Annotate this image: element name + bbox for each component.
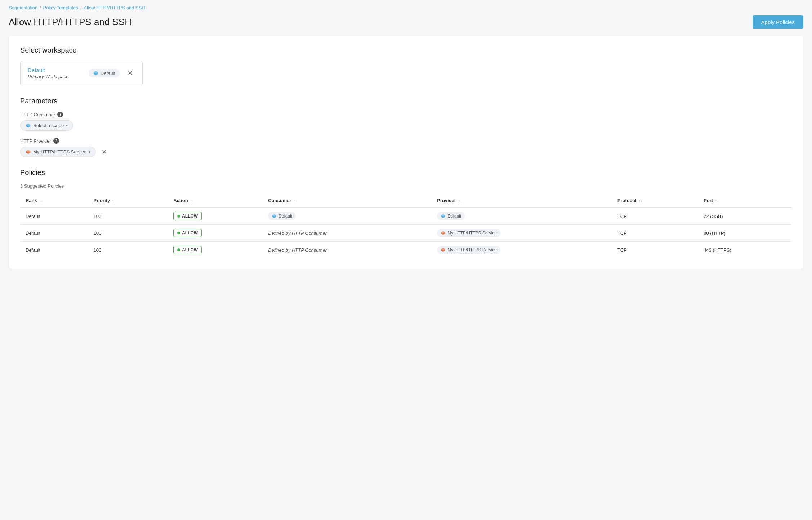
breadcrumb-current: Allow HTTP/HTTPS and SSH (84, 5, 145, 10)
http-provider-dropdown[interactable]: My HTTP/HTTPS Service ▾ (20, 147, 96, 157)
col-protocol[interactable]: Protocol ↑↓ (612, 193, 699, 208)
consumer-defined-text: Defined by HTTP Consumer (268, 230, 327, 236)
cell-priority: 100 (89, 208, 169, 225)
col-priority[interactable]: Priority ↑↓ (89, 193, 169, 208)
col-action[interactable]: Action ↑↓ (168, 193, 263, 208)
table-row: Default100ALLOWDefined by HTTP Consumer … (21, 242, 792, 259)
parameters-section: Parameters HTTP Consumer i Select a scop… (20, 97, 792, 157)
col-rank-label: Rank (26, 198, 37, 203)
workspace-sub: Primary Workspace (28, 74, 83, 79)
policies-table-body: Default100ALLOW Default DefaultTCP22 (SS… (21, 208, 792, 259)
cell-rank: Default (21, 208, 89, 225)
allow-badge: ALLOW (173, 229, 202, 237)
cell-port: 80 (HTTP) (699, 225, 791, 242)
col-priority-label: Priority (94, 198, 110, 203)
col-consumer-label: Consumer (268, 198, 291, 203)
http-provider-label-text: HTTP Provider (20, 138, 51, 144)
breadcrumb-sep-1: / (40, 5, 41, 10)
cell-port: 443 (HTTPS) (699, 242, 791, 259)
policies-section-title: Policies (20, 169, 792, 177)
consumer-cube-icon (272, 214, 277, 219)
cell-protocol: TCP (612, 242, 699, 259)
http-provider-label: HTTP Provider i (20, 138, 792, 144)
http-provider-info-icon: i (53, 138, 59, 144)
cell-provider: Default (432, 208, 612, 225)
cell-consumer: Defined by HTTP Consumer (263, 242, 432, 259)
cell-rank: Default (21, 225, 89, 242)
provider-orange-cube-icon (441, 230, 446, 236)
provider-orange-cube-icon (441, 247, 446, 252)
col-priority-sort-icon: ↑↓ (112, 198, 116, 203)
table-row: Default100ALLOWDefined by HTTP Consumer … (21, 225, 792, 242)
cube-blue-icon (93, 70, 99, 76)
http-consumer-label-text: HTTP Consumer (20, 112, 55, 117)
allow-badge: ALLOW (173, 212, 202, 220)
allow-dot (177, 215, 180, 218)
col-rank[interactable]: Rank ↑↓ (21, 193, 89, 208)
cell-protocol: TCP (612, 208, 699, 225)
page-header: Allow HTTP/HTTPS and SSH Apply Policies (0, 13, 812, 36)
breadcrumb-policy-templates[interactable]: Policy Templates (43, 5, 78, 10)
policies-table: Rank ↑↓ Priority ↑↓ Action ↑↓ Consumer ↑… (20, 193, 792, 259)
col-port[interactable]: Port ↑↓ (699, 193, 791, 208)
cell-action: ALLOW (168, 208, 263, 225)
cell-action: ALLOW (168, 225, 263, 242)
http-provider-row: My HTTP/HTTPS Service ▾ ✕ (20, 147, 792, 157)
provider-service-tag: My HTTP/HTTPS Service (437, 229, 500, 237)
cell-port: 22 (SSH) (699, 208, 791, 225)
col-port-sort-icon: ↑↓ (715, 198, 719, 203)
cell-rank: Default (21, 242, 89, 259)
http-consumer-group: HTTP Consumer i Select a scope ▾ (20, 112, 792, 131)
workspace-section-title: Select workspace (20, 46, 792, 54)
http-consumer-chevron-icon: ▾ (66, 124, 68, 127)
http-provider-group: HTTP Provider i My HTTP/HTTPS Service ▾ … (20, 138, 792, 157)
apply-policies-button[interactable]: Apply Policies (753, 15, 803, 29)
breadcrumb: Segmentation / Policy Templates / Allow … (0, 0, 812, 13)
col-consumer[interactable]: Consumer ↑↓ (263, 193, 432, 208)
cell-protocol: TCP (612, 225, 699, 242)
cell-provider: My HTTP/HTTPS Service (432, 225, 612, 242)
col-provider-sort-icon: ↑↓ (458, 198, 462, 203)
http-provider-remove-button[interactable]: ✕ (99, 147, 109, 157)
provider-cube-icon (26, 149, 31, 154)
suggested-policies-label: 3 Suggested Policies (20, 183, 792, 189)
allow-dot (177, 232, 180, 234)
http-consumer-info-icon: i (57, 112, 63, 117)
main-card: Select workspace Default Primary Workspa… (9, 36, 803, 269)
col-port-label: Port (704, 198, 713, 203)
provider-cube-icon (441, 214, 446, 219)
workspace-section: Select workspace Default Primary Workspa… (20, 46, 792, 85)
col-action-sort-icon: ↑↓ (190, 198, 194, 203)
cell-action: ALLOW (168, 242, 263, 259)
policies-section: Policies 3 Suggested Policies Rank ↑↓ Pr… (20, 169, 792, 259)
col-consumer-sort-icon: ↑↓ (293, 198, 297, 203)
policies-table-header: Rank ↑↓ Priority ↑↓ Action ↑↓ Consumer ↑… (21, 193, 792, 208)
allow-badge: ALLOW (173, 246, 202, 254)
allow-dot (177, 248, 180, 251)
col-protocol-label: Protocol (617, 198, 637, 203)
http-consumer-dropdown-label: Select a scope (33, 123, 64, 128)
table-row: Default100ALLOW Default DefaultTCP22 (SS… (21, 208, 792, 225)
provider-scope-tag: Default (437, 212, 465, 220)
cell-consumer: Defined by HTTP Consumer (263, 225, 432, 242)
consumer-scope-tag: Default (268, 212, 296, 220)
scope-cube-icon (26, 123, 31, 128)
http-consumer-dropdown[interactable]: Select a scope ▾ (20, 120, 73, 131)
consumer-defined-text: Defined by HTTP Consumer (268, 247, 327, 253)
col-protocol-sort-icon: ↑↓ (638, 198, 642, 203)
workspace-badge-label: Default (101, 71, 115, 76)
col-provider-label: Provider (437, 198, 456, 203)
workspace-name: Default (28, 67, 83, 73)
col-action-label: Action (173, 198, 188, 203)
workspace-info: Default Primary Workspace (28, 67, 83, 79)
workspace-remove-button[interactable]: ✕ (125, 68, 135, 78)
col-provider[interactable]: Provider ↑↓ (432, 193, 612, 208)
breadcrumb-segmentation[interactable]: Segmentation (9, 5, 37, 10)
cell-priority: 100 (89, 242, 169, 259)
col-rank-sort-icon: ↑↓ (39, 198, 43, 203)
provider-service-tag: My HTTP/HTTPS Service (437, 246, 500, 254)
parameters-section-title: Parameters (20, 97, 792, 105)
cell-priority: 100 (89, 225, 169, 242)
workspace-badge: Default (89, 69, 120, 77)
page-title: Allow HTTP/HTTPS and SSH (9, 17, 131, 28)
